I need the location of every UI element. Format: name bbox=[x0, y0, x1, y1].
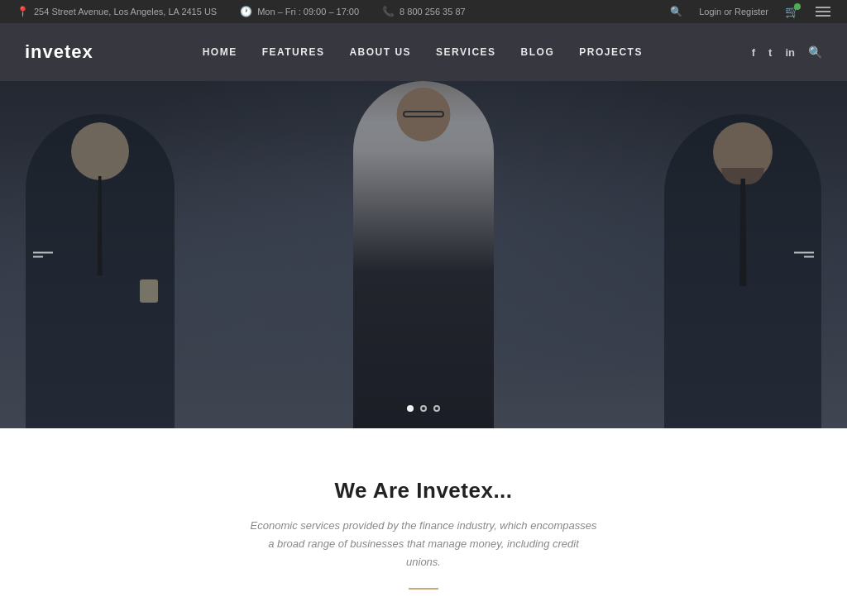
main-nav: HOME FEATURES ABOUT US SERVICES BLOG PRO… bbox=[203, 46, 643, 58]
twitter-icon[interactable]: t bbox=[768, 46, 772, 59]
section-divider bbox=[409, 588, 438, 590]
facebook-icon[interactable]: f bbox=[752, 46, 755, 59]
search-small-icon[interactable]: 🔍 bbox=[670, 6, 682, 17]
nav-projects[interactable]: PROJECTS bbox=[579, 46, 643, 58]
nav-about[interactable]: ABOUT US bbox=[349, 46, 411, 58]
clock-small-icon: 🕐 bbox=[240, 6, 252, 17]
hero-overlay bbox=[0, 81, 847, 428]
hero-slider bbox=[0, 81, 847, 428]
top-bar-left: 📍 254 Street Avenue, Los Angeles, LA 241… bbox=[17, 6, 466, 17]
hamburger-button[interactable] bbox=[816, 7, 830, 17]
top-bar-right: 🔍 Login or Register 🛒 bbox=[670, 5, 830, 18]
logo[interactable]: invetex bbox=[25, 41, 93, 63]
location-icon: 📍 bbox=[17, 6, 29, 17]
phone-item: 📞 8 800 256 35 87 bbox=[382, 6, 466, 17]
nav-social: f t in 🔍 bbox=[752, 45, 822, 59]
nav-blog[interactable]: BLOG bbox=[521, 46, 555, 58]
header: invetex HOME FEATURES ABOUT US SERVICES … bbox=[0, 23, 847, 81]
login-link[interactable]: Login or Register bbox=[699, 7, 768, 17]
slider-dot-3[interactable] bbox=[433, 405, 440, 412]
nav-features[interactable]: FEATURES bbox=[262, 46, 325, 58]
section-title: We Are Invetex... bbox=[17, 478, 830, 504]
address-item: 📍 254 Street Avenue, Los Angeles, LA 241… bbox=[17, 6, 217, 17]
slider-dot-1[interactable] bbox=[407, 405, 414, 412]
section-subtitle: Economic services provided by the financ… bbox=[250, 517, 597, 571]
hours-text: Mon – Fri : 09:00 – 17:00 bbox=[257, 7, 359, 17]
nav-services[interactable]: SERVICES bbox=[436, 46, 495, 58]
slider-next-indicator[interactable] bbox=[794, 252, 814, 258]
nav-home[interactable]: HOME bbox=[203, 46, 237, 58]
hours-item: 🕐 Mon – Fri : 09:00 – 17:00 bbox=[240, 6, 359, 17]
phone-icon: 📞 bbox=[382, 6, 395, 17]
phone-text: 8 800 256 35 87 bbox=[400, 7, 466, 17]
cart-badge bbox=[794, 3, 801, 10]
top-bar: 📍 254 Street Avenue, Los Angeles, LA 241… bbox=[0, 0, 847, 23]
linkedin-icon[interactable]: in bbox=[785, 46, 795, 59]
intro-section: We Are Invetex... Economic services prov… bbox=[0, 428, 847, 616]
cart-wrapper[interactable]: 🛒 bbox=[785, 5, 799, 18]
slider-prev-indicator[interactable] bbox=[33, 252, 53, 258]
slider-dot-2[interactable] bbox=[420, 405, 427, 412]
address-text: 254 Street Avenue, Los Angeles, LA 2415 … bbox=[34, 7, 217, 17]
slider-dots bbox=[407, 405, 440, 412]
logo-text: invetex bbox=[25, 41, 93, 62]
side-line-right bbox=[794, 252, 814, 258]
search-button[interactable]: 🔍 bbox=[808, 45, 822, 59]
